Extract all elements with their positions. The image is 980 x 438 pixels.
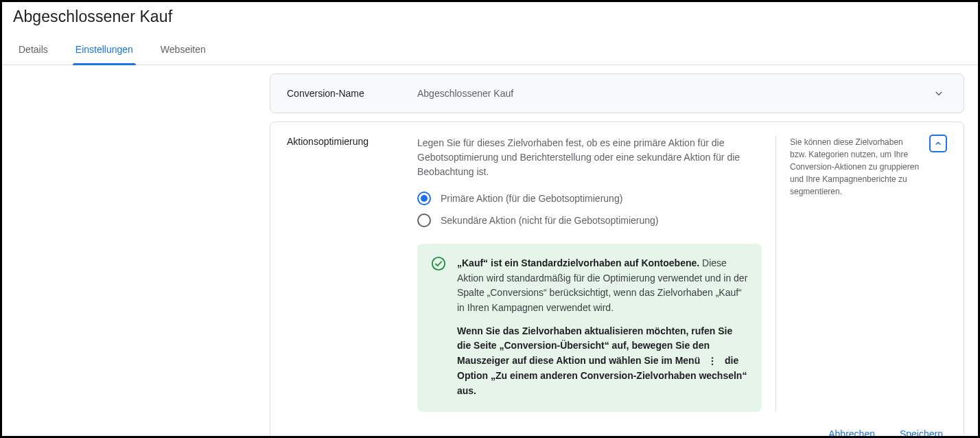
svg-point-1: [712, 358, 713, 359]
radio-icon: [417, 192, 431, 205]
chevron-down-icon[interactable]: [931, 85, 947, 102]
radio-icon: [417, 214, 431, 227]
info-box-text: „Kauf“ ist ein Standardzielvorhaben auf …: [457, 256, 748, 398]
save-button[interactable]: Speichern: [897, 424, 946, 438]
conversion-name-value: Abgeschlossener Kauf: [417, 88, 931, 99]
svg-point-3: [712, 364, 713, 365]
tab-websites[interactable]: Webseiten: [158, 36, 209, 65]
radio-primary-label: Primäre Aktion (für die Gebotsoptimierun…: [441, 193, 622, 204]
svg-point-2: [712, 360, 713, 362]
radio-group: Primäre Aktion (für die Gebotsoptimierun…: [417, 192, 762, 227]
more-vert-icon: [705, 354, 719, 368]
cancel-button[interactable]: Abbrechen: [826, 424, 878, 438]
radio-secondary-label: Sekundäre Aktion (nicht für die Gebotsop…: [441, 215, 659, 226]
conversion-name-panel[interactable]: Conversion-Name Abgeschlossener Kauf: [270, 73, 964, 113]
help-text: Sie können diese Zielvorhaben bzw. Kateg…: [790, 136, 947, 198]
page-title: Abgeschlossener Kauf: [13, 8, 967, 26]
tab-settings[interactable]: Einstellungen: [73, 36, 136, 65]
section-title: Aktionsoptimierung: [287, 136, 417, 147]
radio-secondary-action[interactable]: Sekundäre Aktion (nicht für die Gebotsop…: [417, 214, 762, 227]
radio-primary-action[interactable]: Primäre Aktion (für die Gebotsoptimierun…: [417, 192, 762, 205]
check-circle-icon: [431, 256, 446, 271]
collapse-button[interactable]: [929, 135, 947, 152]
tab-details[interactable]: Details: [16, 36, 51, 65]
tab-bar: Details Einstellungen Webseiten: [2, 36, 978, 65]
panel-footer: Abbrechen Speichern: [270, 412, 964, 438]
conversion-name-label: Conversion-Name: [287, 88, 417, 99]
info-box: „Kauf“ ist ein Standardzielvorhaben auf …: [417, 244, 762, 412]
action-optimization-panel: Aktionsoptimierung Legen Sie für dieses …: [270, 122, 964, 438]
svg-point-0: [432, 257, 445, 270]
section-description: Legen Sie für dieses Zielvorhaben fest, …: [417, 136, 762, 179]
